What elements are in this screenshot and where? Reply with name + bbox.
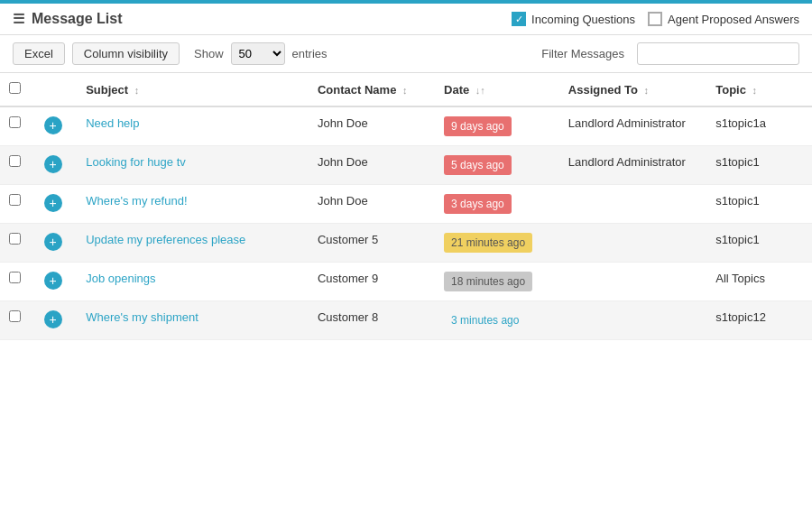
agent-proposed-answers-label[interactable]: Agent Proposed Answers: [648, 12, 799, 26]
contact-name: Customer 9: [309, 263, 435, 301]
assigned-to: [559, 263, 706, 301]
topic: All Topics: [706, 263, 812, 301]
col-header-plus: [35, 73, 78, 106]
col-header-check: [0, 73, 35, 106]
sort-icon-date: ↓↑: [475, 85, 485, 96]
table-row: +Job openingsCustomer 918 minutes agoAll…: [0, 263, 812, 301]
assigned-to: [559, 185, 706, 224]
date-badge: 9 days ago: [444, 116, 512, 136]
list-icon: ☰: [13, 11, 24, 27]
page-title: ☰ Message List: [13, 11, 512, 27]
header-checkboxes: ✓ Incoming Questions Agent Proposed Answ…: [512, 12, 799, 26]
contact-name: John Doe: [309, 106, 435, 146]
sort-icon-subject: ↕: [134, 85, 140, 96]
title-text: Message List: [32, 11, 122, 27]
sort-icon-contact: ↕: [402, 85, 408, 96]
row-checkbox[interactable]: [9, 233, 21, 245]
contact-name: Customer 5: [309, 224, 435, 263]
expand-row-button[interactable]: +: [44, 272, 62, 290]
show-label: Show: [194, 47, 224, 60]
expand-row-button[interactable]: +: [44, 233, 62, 251]
row-checkbox[interactable]: [9, 116, 21, 128]
expand-row-button[interactable]: +: [44, 116, 62, 134]
topic: s1topic1: [706, 146, 812, 185]
topic: s1topic1: [706, 185, 812, 224]
col-header-topic[interactable]: Topic ↕: [706, 73, 812, 106]
row-checkbox[interactable]: [9, 194, 21, 206]
expand-row-button[interactable]: +: [44, 194, 62, 212]
row-checkbox[interactable]: [9, 310, 21, 322]
message-table-container: Subject ↕ Contact Name ↕ Date ↓↑ Assigne…: [0, 73, 812, 344]
filter-input[interactable]: [637, 42, 799, 65]
expand-row-button[interactable]: +: [44, 155, 62, 173]
assigned-to: Landlord Administrator: [559, 146, 706, 185]
table-row: +Update my preferences pleaseCustomer 52…: [0, 224, 812, 263]
contact-name: John Doe: [309, 185, 435, 224]
subject-link[interactable]: Need help: [86, 116, 139, 130]
subject-link[interactable]: Where's my refund!: [86, 194, 187, 208]
column-visibility-button[interactable]: Column visibility: [72, 42, 180, 65]
row-checkbox[interactable]: [9, 155, 21, 167]
incoming-questions-checkbox[interactable]: ✓: [512, 12, 526, 26]
col-header-date[interactable]: Date ↓↑: [435, 73, 559, 106]
date-badge: 3 days ago: [444, 194, 512, 214]
excel-button[interactable]: Excel: [13, 42, 65, 65]
assigned-to: [559, 301, 706, 340]
topic: s1topic1a: [706, 106, 812, 146]
table-header-row: Subject ↕ Contact Name ↕ Date ↓↑ Assigne…: [0, 73, 812, 106]
row-checkbox[interactable]: [9, 272, 21, 283]
date-badge: 3 minutes ago: [444, 310, 526, 330]
contact-name: Customer 8: [309, 301, 435, 340]
subject-link[interactable]: Job openings: [86, 272, 155, 285]
show-entries-select[interactable]: 50 25 100: [231, 42, 285, 65]
sort-icon-topic: ↕: [752, 85, 758, 96]
message-table: Subject ↕ Contact Name ↕ Date ↓↑ Assigne…: [0, 73, 812, 340]
toolbar: Excel Column visibility Show 50 25 100 e…: [0, 35, 812, 73]
subject-link[interactable]: Update my preferences please: [86, 233, 245, 246]
filter-label: Filter Messages: [541, 47, 624, 60]
date-badge: 18 minutes ago: [444, 272, 532, 291]
incoming-questions-text: Incoming Questions: [531, 13, 635, 26]
date-badge: 5 days ago: [444, 155, 512, 175]
expand-row-button[interactable]: +: [44, 310, 62, 328]
table-row: +Looking for huge tvJohn Doe5 days agoLa…: [0, 146, 812, 185]
date-badge: 21 minutes ago: [444, 233, 532, 253]
topic: s1topic1: [706, 224, 812, 263]
subject-link[interactable]: Looking for huge tv: [86, 155, 186, 169]
topic: s1topic12: [706, 301, 812, 340]
contact-name: John Doe: [309, 146, 435, 185]
col-header-assigned[interactable]: Assigned To ↕: [559, 73, 706, 106]
table-row: +Where's my refund!John Doe3 days agos1t…: [0, 185, 812, 224]
incoming-questions-label[interactable]: ✓ Incoming Questions: [512, 12, 635, 26]
assigned-to: [559, 224, 706, 263]
table-row: +Where's my shipmentCustomer 83 minutes …: [0, 301, 812, 340]
assigned-to: Landlord Administrator: [559, 106, 706, 146]
entries-label: entries: [292, 47, 328, 60]
select-all-checkbox[interactable]: [9, 82, 21, 94]
table-row: +Need helpJohn Doe9 days agoLandlord Adm…: [0, 106, 812, 146]
sort-icon-assigned: ↕: [644, 85, 650, 96]
header: ☰ Message List ✓ Incoming Questions Agen…: [0, 4, 812, 35]
agent-proposed-answers-text: Agent Proposed Answers: [668, 13, 799, 26]
col-header-subject[interactable]: Subject ↕: [77, 73, 309, 106]
col-header-contact[interactable]: Contact Name ↕: [309, 73, 435, 106]
agent-proposed-answers-checkbox[interactable]: [648, 12, 662, 26]
subject-link[interactable]: Where's my shipment: [86, 310, 198, 324]
